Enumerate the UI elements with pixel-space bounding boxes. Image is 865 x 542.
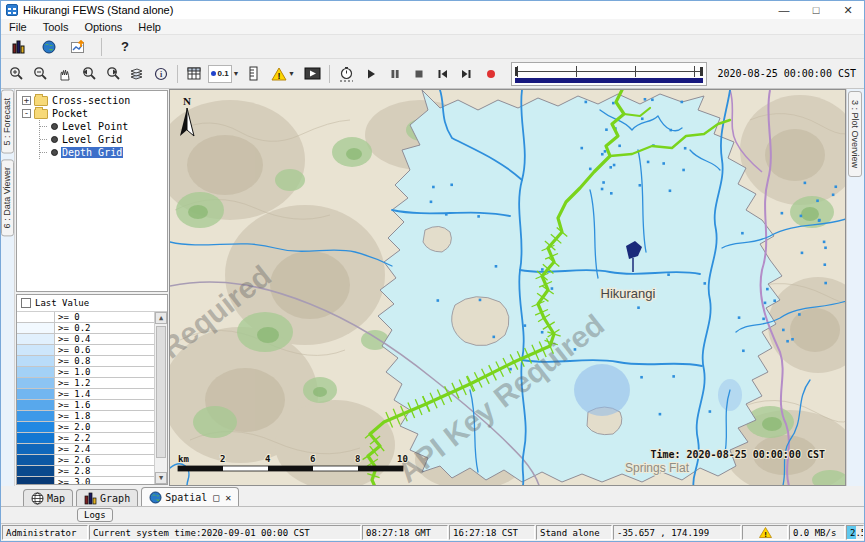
threshold-dot-icon xyxy=(211,71,216,76)
database-viewer-icon[interactable] xyxy=(7,36,30,58)
legend-label: >= 2.8 xyxy=(55,466,154,476)
step-forward-icon[interactable] xyxy=(455,63,478,85)
legend-row: >= 2.0 xyxy=(17,422,154,433)
animation-timer-icon[interactable] xyxy=(335,63,358,85)
chevron-down-icon: ▼ xyxy=(233,70,240,77)
info-icon[interactable]: i xyxy=(149,63,172,85)
tab-graph[interactable]: Graph xyxy=(76,489,138,506)
bullet-icon xyxy=(51,149,58,156)
left-panel: + Cross-section - Pocket Level Point xyxy=(15,89,169,486)
legend-label: >= 0.6 xyxy=(55,345,154,355)
pan-hand-icon[interactable] xyxy=(53,63,76,85)
toolbar-separator xyxy=(101,38,102,56)
scroll-up-icon[interactable]: ▲ xyxy=(155,312,167,324)
layers-icon[interactable] xyxy=(125,63,148,85)
pause-icon[interactable] xyxy=(383,63,406,85)
menu-tools[interactable]: Tools xyxy=(35,21,77,33)
tree-item-label: Level Point xyxy=(61,121,129,132)
legend-swatch xyxy=(17,466,55,476)
legend-label: >= 1.0 xyxy=(55,367,154,377)
legend-swatch xyxy=(17,323,55,333)
time-slider[interactable] xyxy=(511,62,707,86)
warning-dropdown[interactable]: !▼ xyxy=(266,63,300,85)
expander-icon[interactable]: + xyxy=(22,96,31,105)
legend-scrollbar[interactable]: ▲ ▼ xyxy=(154,312,167,484)
legend-swatch xyxy=(17,389,55,399)
status-system-time: Current system time:2020-09-01 00:00 CST xyxy=(89,525,361,540)
svg-text:N: N xyxy=(183,95,191,107)
menu-options[interactable]: Options xyxy=(76,21,130,33)
tab-data-viewer[interactable]: 6 : Data Viewer xyxy=(1,159,14,236)
legend-header: Last Value xyxy=(17,295,167,311)
tab-plot-overview[interactable]: 3 : Plot Overview xyxy=(848,91,862,177)
legend-row: >= 2.8 xyxy=(17,466,154,477)
threshold-dropdown[interactable]: 0.1▼ xyxy=(207,63,241,85)
minimize-button[interactable]: — xyxy=(768,1,800,19)
legend-row: >= 2.4 xyxy=(17,444,154,455)
tab-maximize-icon[interactable]: □ xyxy=(213,492,219,503)
zoom-in-icon[interactable] xyxy=(5,63,28,85)
help-button[interactable]: ? xyxy=(121,39,129,54)
scroll-down-icon[interactable]: ▼ xyxy=(155,472,167,484)
logs-button[interactable]: Logs xyxy=(77,508,113,522)
legend-swatch xyxy=(17,367,55,377)
zoom-previous-icon[interactable] xyxy=(77,63,100,85)
play-icon[interactable] xyxy=(359,63,382,85)
tree-item-depth-grid[interactable]: Depth Grid xyxy=(40,146,167,159)
main-area: 5 : Forecast 6 : Data Viewer + Cross-sec… xyxy=(1,89,864,486)
animation-player-icon[interactable] xyxy=(301,63,324,85)
scale-ruler-icon[interactable] xyxy=(242,63,265,85)
zoom-out-icon[interactable] xyxy=(29,63,52,85)
zoom-next-icon[interactable] xyxy=(101,63,124,85)
maximize-button[interactable]: □ xyxy=(800,1,832,19)
status-gmt-time: 08:27:18 GMT xyxy=(362,525,448,540)
scroll-thumb[interactable] xyxy=(156,326,166,458)
legend-row: >= 0.4 xyxy=(17,334,154,345)
legend-label: >= 0 xyxy=(55,312,154,322)
current-time-label: 2020-08-25 00:00:00 CST xyxy=(714,68,860,79)
tree-item-level-point[interactable]: Level Point xyxy=(40,120,167,133)
bullet-icon xyxy=(51,136,58,143)
tab-map[interactable]: Map xyxy=(23,489,73,506)
tree-item-label-selected: Depth Grid xyxy=(61,147,123,158)
town-label: Hikurangi xyxy=(601,286,656,301)
menu-file[interactable]: File xyxy=(1,21,35,33)
map-display-icon[interactable] xyxy=(37,36,60,58)
globe-icon xyxy=(149,491,162,504)
legend-label: >= 1.8 xyxy=(55,411,154,421)
tree-item-cross-section[interactable]: + Cross-section xyxy=(17,94,167,107)
time-slider-handle-right[interactable] xyxy=(700,67,703,76)
time-slider-handle-left[interactable] xyxy=(515,67,518,76)
tab-map-label: Map xyxy=(47,493,65,504)
record-icon[interactable] xyxy=(479,63,502,85)
timeseries-chart-icon[interactable] xyxy=(67,36,90,58)
svg-text:4: 4 xyxy=(265,454,271,464)
app-window: Hikurangi FEWS (Stand alone) — □ ✕ File … xyxy=(0,0,865,542)
legend-row: >= 0.8 xyxy=(17,356,154,367)
menu-help[interactable]: Help xyxy=(130,21,169,33)
legend-row: >= 1.6 xyxy=(17,400,154,411)
legend-label: >= 0.8 xyxy=(55,356,154,366)
stop-icon[interactable] xyxy=(407,63,430,85)
close-button[interactable]: ✕ xyxy=(832,1,864,19)
tree-item-level-grid[interactable]: Level Grid xyxy=(40,133,167,146)
step-back-icon[interactable] xyxy=(431,63,454,85)
expander-icon[interactable]: - xyxy=(22,109,31,118)
tab-close-icon[interactable]: ✕ xyxy=(225,492,231,503)
legend-swatch xyxy=(17,400,55,410)
legend-swatch xyxy=(17,356,55,366)
legend-label: >= 0.2 xyxy=(55,323,154,333)
last-value-label: Last Value xyxy=(35,298,89,308)
tab-spatial[interactable]: Spatial □ ✕ xyxy=(141,487,239,506)
tab-forecast[interactable]: 5 : Forecast xyxy=(1,90,14,154)
grid-display-icon[interactable] xyxy=(183,63,206,85)
tree-item-pocket[interactable]: - Pocket xyxy=(17,107,167,120)
logs-row: Logs xyxy=(1,506,864,523)
map-canvas[interactable]: API Key Required API Key Required Hikura… xyxy=(169,89,846,486)
scroll-track[interactable] xyxy=(155,324,167,472)
folder-icon xyxy=(34,96,48,106)
place-label: Springs Flat xyxy=(625,461,690,475)
legend-label: >= 1.6 xyxy=(55,400,154,410)
last-value-checkbox[interactable] xyxy=(21,298,31,308)
tab-graph-label: Graph xyxy=(100,493,130,504)
